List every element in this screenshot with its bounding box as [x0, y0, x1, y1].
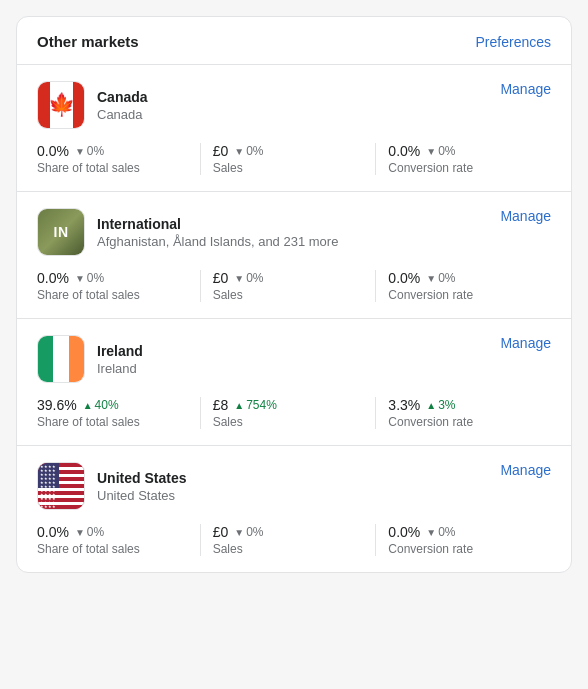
market-header: 🍁 Canada Canada Manage [37, 81, 551, 129]
manage-link-international[interactable]: Manage [500, 208, 551, 224]
arrow-down-icon: ▼ [75, 273, 85, 284]
market-name: Ireland [97, 343, 143, 359]
manage-link-canada[interactable]: Manage [500, 81, 551, 97]
flag-international: IN [38, 209, 84, 255]
market-left: IN International Afghanistan, Åland Isla… [37, 208, 338, 256]
stat-change: ▼0% [75, 144, 104, 158]
stat-item: 0.0% ▼0% Conversion rate [388, 270, 551, 302]
stat-label: Share of total sales [37, 542, 188, 556]
stat-value-row: 0.0% ▼0% [37, 143, 188, 159]
stat-label: Sales [213, 161, 364, 175]
arrow-down-icon: ▼ [426, 146, 436, 157]
market-left: 🍁 Canada Canada [37, 81, 148, 129]
arrow-down-icon: ▼ [234, 273, 244, 284]
manage-link-ireland[interactable]: Manage [500, 335, 551, 351]
stat-item: 0.0% ▼0% Conversion rate [388, 524, 551, 556]
stat-main: 0.0% [388, 143, 420, 159]
stat-main: 0.0% [37, 270, 69, 286]
stat-label: Share of total sales [37, 415, 188, 429]
market-info: Canada Canada [97, 89, 148, 122]
market-info: International Afghanistan, Åland Islands… [97, 216, 338, 249]
stat-label: Sales [213, 542, 364, 556]
market-info: Ireland Ireland [97, 343, 143, 376]
market-subtitle: Afghanistan, Åland Islands, and 231 more [97, 234, 338, 249]
stat-main: 3.3% [388, 397, 420, 413]
flag-container-united-states: ★★★★★★★★★★★★★★★★★★★★★★★★★★★★★★★★★★★★★★★★… [37, 462, 85, 510]
stat-main: 0.0% [37, 524, 69, 540]
market-section-ireland: Ireland Ireland Manage 39.6% ▲40% Share … [17, 319, 571, 446]
arrow-up-icon: ▲ [426, 400, 436, 411]
stat-value-row: 0.0% ▼0% [388, 270, 539, 286]
stat-item: 0.0% ▼0% Share of total sales [37, 143, 201, 175]
stat-item: 3.3% ▲3% Conversion rate [388, 397, 551, 429]
flag-container-canada: 🍁 [37, 81, 85, 129]
stat-label: Conversion rate [388, 415, 539, 429]
stat-main: £8 [213, 397, 229, 413]
stat-change: ▼0% [234, 525, 263, 539]
stat-change: ▼0% [234, 144, 263, 158]
arrow-down-icon: ▼ [234, 527, 244, 538]
stat-change: ▲40% [83, 398, 119, 412]
stat-label: Share of total sales [37, 288, 188, 302]
stat-label: Conversion rate [388, 288, 539, 302]
arrow-down-icon: ▼ [426, 273, 436, 284]
market-left: Ireland Ireland [37, 335, 143, 383]
market-name: United States [97, 470, 186, 486]
stat-change: ▼0% [234, 271, 263, 285]
stat-item: 0.0% ▼0% Conversion rate [388, 143, 551, 175]
market-name: Canada [97, 89, 148, 105]
arrow-down-icon: ▼ [234, 146, 244, 157]
stat-item: 0.0% ▼0% Share of total sales [37, 270, 201, 302]
preferences-link[interactable]: Preferences [476, 34, 551, 50]
stat-value-row: 0.0% ▼0% [388, 143, 539, 159]
stat-label: Sales [213, 288, 364, 302]
stat-change: ▲3% [426, 398, 455, 412]
stat-main: £0 [213, 143, 229, 159]
market-left: ★★★★★★★★★★★★★★★★★★★★★★★★★★★★★★★★★★★★★★★★… [37, 462, 186, 510]
stat-change: ▼0% [75, 525, 104, 539]
stat-label: Sales [213, 415, 364, 429]
arrow-up-icon: ▲ [83, 400, 93, 411]
market-stats: 0.0% ▼0% Share of total sales £0 ▼0% Sal… [37, 270, 551, 302]
market-subtitle: United States [97, 488, 186, 503]
arrow-down-icon: ▼ [75, 146, 85, 157]
arrow-down-icon: ▼ [426, 527, 436, 538]
market-header: Ireland Ireland Manage [37, 335, 551, 383]
stat-main: £0 [213, 270, 229, 286]
market-stats: 0.0% ▼0% Share of total sales £0 ▼0% Sal… [37, 143, 551, 175]
stat-item: £8 ▲754% Sales [213, 397, 377, 429]
stat-item: 39.6% ▲40% Share of total sales [37, 397, 201, 429]
stat-main: 39.6% [37, 397, 77, 413]
stat-item: £0 ▼0% Sales [213, 143, 377, 175]
market-header: ★★★★★★★★★★★★★★★★★★★★★★★★★★★★★★★★★★★★★★★★… [37, 462, 551, 510]
arrow-up-icon: ▲ [234, 400, 244, 411]
stat-item: £0 ▼0% Sales [213, 524, 377, 556]
flag-container-international: IN [37, 208, 85, 256]
stat-main: 0.0% [37, 143, 69, 159]
market-info: United States United States [97, 470, 186, 503]
stat-label: Conversion rate [388, 161, 539, 175]
stat-value-row: £0 ▼0% [213, 524, 364, 540]
flag-us: ★★★★★★★★★★★★★★★★★★★★★★★★★★★★★★★★★★★★★★★★… [38, 463, 84, 509]
stat-value-row: 3.3% ▲3% [388, 397, 539, 413]
stat-label: Conversion rate [388, 542, 539, 556]
stat-value-row: 0.0% ▼0% [37, 524, 188, 540]
card-header: Other markets Preferences [17, 17, 571, 65]
card-title: Other markets [37, 33, 139, 50]
stat-change: ▼0% [426, 525, 455, 539]
stat-main: 0.0% [388, 524, 420, 540]
flag-canada: 🍁 [38, 82, 84, 128]
market-name: International [97, 216, 338, 232]
market-subtitle: Ireland [97, 361, 143, 376]
market-header: IN International Afghanistan, Åland Isla… [37, 208, 551, 256]
stat-value-row: £0 ▼0% [213, 143, 364, 159]
flag-ireland [38, 336, 84, 382]
other-markets-card: Other markets Preferences 🍁 Canada Canad… [16, 16, 572, 573]
market-section-international: IN International Afghanistan, Åland Isla… [17, 192, 571, 319]
market-section-canada: 🍁 Canada Canada Manage 0.0% ▼0% Share of… [17, 65, 571, 192]
market-section-united-states: ★★★★★★★★★★★★★★★★★★★★★★★★★★★★★★★★★★★★★★★★… [17, 446, 571, 572]
stat-value-row: £8 ▲754% [213, 397, 364, 413]
manage-link-united-states[interactable]: Manage [500, 462, 551, 478]
stat-main: £0 [213, 524, 229, 540]
stat-change: ▼0% [75, 271, 104, 285]
